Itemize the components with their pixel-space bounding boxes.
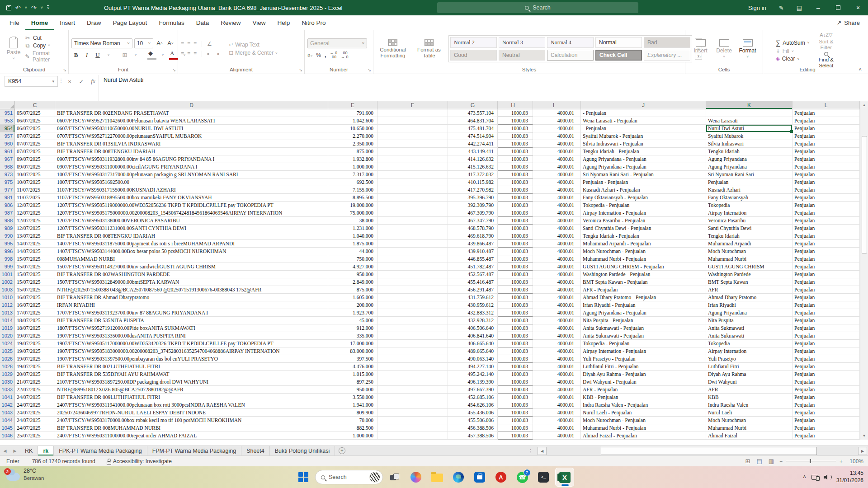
cell-G990[interactable]: 469.618.790 [448, 232, 498, 240]
cell-H1014[interactable]: 1000.03 [498, 317, 533, 324]
cell-D1024[interactable]: 1907/FTSCY/WS9505117000000.00WD353420326… [55, 340, 328, 347]
redo-icon[interactable]: ↷ [31, 5, 37, 11]
find-select-button[interactable]: Find & Select [813, 52, 839, 69]
cell-E951[interactable]: 791.600 [328, 109, 377, 117]
cell-C989[interactable]: 12/07/2025 [15, 225, 55, 232]
cell-F1013[interactable] [377, 309, 448, 317]
cell-J1019[interactable]: Anita Sukmawati - Penjualan [581, 324, 706, 332]
cancel-icon[interactable]: × [64, 77, 75, 86]
row-header-1002[interactable]: 1002 [0, 278, 15, 286]
cell-I1030[interactable]: 4000.01 [533, 378, 581, 386]
cell-H1044[interactable]: 1000.03 [498, 417, 533, 424]
column-header-I[interactable]: I [533, 101, 581, 109]
vertical-scrollbar[interactable]: ▲ ▼ [860, 101, 868, 440]
cell-I995[interactable]: 4000.01 [533, 240, 581, 248]
cell-C960[interactable]: 07/07/2025 [15, 140, 55, 148]
cell-K1044[interactable]: Moch Nurochman [706, 417, 793, 424]
underline-button[interactable]: U [93, 51, 102, 60]
row-header-1045[interactable]: 1045 [0, 424, 15, 432]
cell-H1001[interactable]: 1000.03 [498, 271, 533, 278]
cell-J996[interactable]: Moch Nurochman - Penjualan [581, 248, 706, 255]
title-search-box[interactable]: Search [437, 2, 638, 13]
cell-L1020[interactable]: Penjualan [793, 332, 860, 340]
cell-D1026[interactable]: 1907/FTSCY/WS95031397500.00pembayaran du… [55, 355, 328, 363]
cell-L998[interactable]: Penjualan [793, 255, 860, 263]
cell-C999[interactable]: 15/07/2025 [15, 263, 55, 271]
cell-G953[interactable]: 464.831.704 [448, 117, 498, 125]
font-color-icon[interactable]: A [169, 51, 178, 60]
cell-K1026[interactable]: Yuli Prasetyo [706, 355, 793, 363]
cell-H1012[interactable]: 1000.03 [498, 301, 533, 309]
cell-E977[interactable]: 7.155.000 [328, 186, 377, 194]
cell-E1014[interactable]: 45.000 [328, 317, 377, 324]
column-header-E[interactable]: E [328, 101, 377, 109]
avira-button[interactable]: A [491, 468, 510, 487]
tab-page-layout[interactable]: Page Layout [107, 15, 153, 30]
row-header-951[interactable]: 951 [0, 109, 15, 117]
cell-L954[interactable]: Penjualan [793, 125, 860, 132]
cell-H1043[interactable]: 1000.03 [498, 409, 533, 417]
zoom-slider[interactable]: − + [779, 458, 843, 465]
cell-I1024[interactable]: 4000.01 [533, 340, 581, 347]
row-header-987[interactable]: 987 [0, 209, 15, 217]
cell-K1024[interactable]: Tokopedia [706, 340, 793, 347]
cell-H987[interactable]: 1000.03 [498, 209, 533, 217]
cell-E995[interactable]: 1.875.000 [328, 240, 377, 248]
cell-E981[interactable]: 8.895.500 [328, 194, 377, 202]
row-header-1024[interactable]: 1024 [0, 340, 15, 347]
tab-draw[interactable]: Draw [81, 15, 107, 30]
cell-D1030[interactable]: 2107/FTSCY/WS95031897250.00DP packaging … [55, 378, 328, 386]
cell-F960[interactable] [377, 140, 448, 148]
cell-J990[interactable]: Tengku Idariah - Penjualan [581, 232, 706, 240]
cell-F999[interactable] [377, 263, 448, 271]
cell-G995[interactable]: 439.866.487 [448, 240, 498, 248]
cell-G1003[interactable]: 456.291.487 [448, 286, 498, 294]
pen-icon[interactable]: ✎ [773, 0, 790, 15]
minimize-button[interactable]: – [808, 0, 828, 15]
conditional-formatting-button[interactable]: Conditional Formatting [376, 39, 410, 59]
increase-font-icon[interactable]: A˄ [155, 39, 164, 48]
cell-J957[interactable]: Syaiful Mubarok - Penjualan [581, 132, 706, 140]
row-header-1020[interactable]: 1020 [0, 332, 15, 340]
cell-L1033[interactable]: Penjualan [793, 386, 860, 394]
cell-K989[interactable]: Santi Chynthia Dewi [706, 225, 793, 232]
row-header-953[interactable]: 953 [0, 117, 15, 125]
cell-G1010[interactable]: 431.759.612 [448, 294, 498, 301]
cell-H961[interactable]: 1000.03 [498, 148, 533, 155]
cell-C990[interactable]: 13/07/2025 [15, 232, 55, 240]
cell-K1019[interactable]: Anita Sukmawati [706, 324, 793, 332]
cell-I990[interactable]: 4000.01 [533, 232, 581, 240]
cell-F1045[interactable] [377, 424, 448, 432]
cell-G1013[interactable]: 432.883.312 [448, 309, 498, 317]
cell-J973[interactable]: Sri Nyoman Rani Sari - Penjualan [581, 171, 706, 178]
style-normal-3[interactable]: Normal 3 [499, 37, 545, 48]
cell-L951[interactable]: Penjualan [793, 109, 860, 117]
cell-H998[interactable]: 1000.03 [498, 255, 533, 263]
cell-F986[interactable] [377, 202, 448, 209]
row-header-968[interactable]: 968 [0, 163, 15, 171]
cell-I1012[interactable]: 4000.01 [533, 301, 581, 309]
cell-K990[interactable]: Tengku Idariah [706, 232, 793, 240]
cell-I954[interactable]: 4000.01 [533, 125, 581, 132]
cell-E1044[interactable]: 70.000 [328, 417, 377, 424]
cell-D999[interactable]: 1507/FTSCY/WS950114927000.00inv sandwich… [55, 263, 328, 271]
cell-D1012[interactable]: IRFAN RIYADHI [55, 301, 328, 309]
cell-C1025[interactable]: 19/07/2025 [15, 347, 55, 355]
cell-J1042[interactable]: Indra Raesha Valen - Penjualan [581, 401, 706, 409]
cell-F968[interactable] [377, 163, 448, 171]
cell-K977[interactable]: Kusnadi Azhari [706, 186, 793, 194]
cell-K968[interactable]: Agung Priyandana [706, 163, 793, 171]
cell-G1020[interactable]: 406.841.640 [448, 332, 498, 340]
cell-L1045[interactable]: Penjualan [793, 424, 860, 432]
cell-L1029[interactable]: Penjualan [793, 371, 860, 378]
cell-K1014[interactable]: Nita Puspita [706, 317, 793, 324]
cell-J953[interactable]: Wena Larasati - Penjualan [581, 117, 706, 125]
cell-D1029[interactable]: BIF TRANSFER DR 535DIYAH AYU RAHMAWAT [55, 371, 328, 378]
cell-L1019[interactable]: Penjualan [793, 324, 860, 332]
scroll-up-icon[interactable]: ▲ [860, 101, 868, 109]
cell-D1043[interactable]: 2025072436046997TRFDN-NURUL LAELI ESPAY … [55, 409, 328, 417]
cell-I987[interactable]: 4000.01 [533, 209, 581, 217]
cell-F1002[interactable] [377, 278, 448, 286]
cell-H1042[interactable]: 1000.03 [498, 401, 533, 409]
cell-G1041[interactable]: 452.685.106 [448, 394, 498, 401]
